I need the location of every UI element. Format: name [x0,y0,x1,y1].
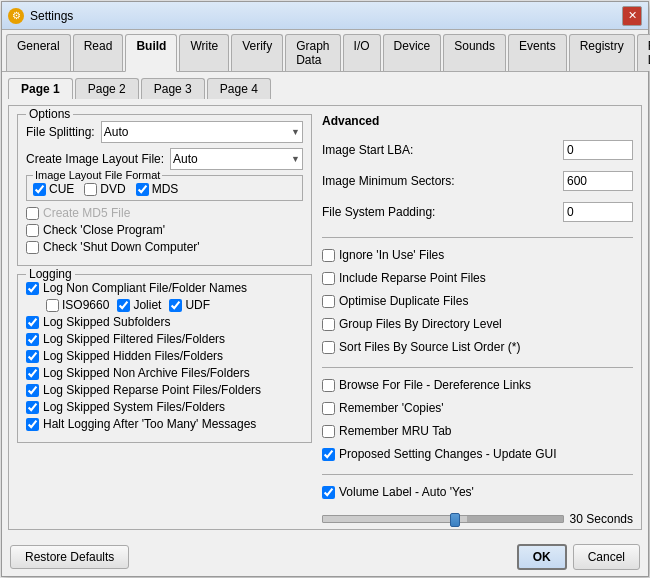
ok-button[interactable]: OK [517,544,567,570]
log-subfolders-row: Log Skipped Subfolders [26,315,303,329]
browse-for-file-label: Browse For File - Dereference Links [339,378,531,392]
tab-read[interactable]: Read [73,34,124,71]
create-image-row: Create Image Layout File: Auto ▼ [26,148,303,170]
logging-group-title: Logging [26,267,75,281]
tab-general[interactable]: General [6,34,71,71]
joliet-label[interactable]: Joliet [117,298,161,312]
page-tab-bar: Page 1 Page 2 Page 3 Page 4 [8,78,642,99]
page-tab-3[interactable]: Page 3 [141,78,205,99]
optimise-duplicate-row: Optimise Duplicate Files [322,294,633,308]
halt-logging-checkbox[interactable] [26,418,39,431]
log-hidden-checkbox[interactable] [26,350,39,363]
remember-copies-checkbox[interactable] [322,402,335,415]
volume-label-text: Volume Label - Auto 'Yes' [339,485,474,499]
file-splitting-label: File Splitting: [26,125,95,139]
log-non-compliant-checkbox[interactable] [26,282,39,295]
create-md5-label: Create MD5 File [43,206,130,220]
page-tab-4[interactable]: Page 4 [207,78,271,99]
log-reparse-label: Log Skipped Reparse Point Files/Folders [43,383,261,397]
udf-label[interactable]: UDF [169,298,210,312]
joliet-checkbox[interactable] [117,299,130,312]
dvd-checkbox[interactable] [84,183,97,196]
image-start-lba-row: Image Start LBA: [322,140,633,160]
tab-build[interactable]: Build [125,34,177,72]
footer: Restore Defaults OK Cancel [2,536,648,576]
app-icon: ⚙ [8,8,24,24]
tab-write[interactable]: Write [179,34,229,71]
right-panel: Advanced Image Start LBA: Image Minimum … [322,114,633,521]
restore-defaults-button[interactable]: Restore Defaults [10,545,129,569]
window-title: Settings [30,9,622,23]
file-splitting-select[interactable]: Auto ▼ [101,121,303,143]
proposed-setting-row: Proposed Setting Changes - Update GUI [322,447,633,461]
create-md5-checkbox[interactable] [26,207,39,220]
iso9660-checkbox[interactable] [46,299,59,312]
file-splitting-row: File Splitting: Auto ▼ [26,121,303,143]
tab-graph-data[interactable]: Graph Data [285,34,340,71]
image-format-title: Image Layout File Format [33,169,162,181]
tab-device[interactable]: Device [383,34,442,71]
image-min-sectors-input[interactable] [563,171,633,191]
proposed-setting-checkbox[interactable] [322,448,335,461]
include-reparse-label: Include Reparse Point Files [339,271,486,285]
cue-checkbox[interactable] [33,183,46,196]
ignore-in-use-label: Ignore 'In Use' Files [339,248,444,262]
mds-checkbox-label[interactable]: MDS [136,182,179,196]
tab-sounds[interactable]: Sounds [443,34,506,71]
log-filtered-checkbox[interactable] [26,333,39,346]
dvd-checkbox-label[interactable]: DVD [84,182,125,196]
image-start-lba-input[interactable] [563,140,633,160]
include-reparse-row: Include Reparse Point Files [322,271,633,285]
page-tab-2[interactable]: Page 2 [75,78,139,99]
group-files-label: Group Files By Directory Level [339,317,502,331]
tab-registry[interactable]: Registry [569,34,635,71]
close-button[interactable]: ✕ [622,6,642,26]
log-non-archive-checkbox[interactable] [26,367,39,380]
create-image-select[interactable]: Auto ▼ [170,148,303,170]
udf-checkbox[interactable] [169,299,182,312]
check-close-row: Check 'Close Program' [26,223,303,237]
remember-mru-checkbox[interactable] [322,425,335,438]
sort-files-label: Sort Files By Source List Order (*) [339,340,520,354]
ignore-in-use-checkbox[interactable] [322,249,335,262]
tab-io[interactable]: I/O [343,34,381,71]
tab-events[interactable]: Events [508,34,567,71]
content-area: Page 1 Page 2 Page 3 Page 4 Options File… [2,72,648,536]
log-subfolders-label: Log Skipped Subfolders [43,315,170,329]
log-system-checkbox[interactable] [26,401,39,414]
tab-file-locations[interactable]: File Locations [637,34,650,71]
cancel-button[interactable]: Cancel [573,544,640,570]
sort-files-checkbox[interactable] [322,341,335,354]
log-non-compliant-row: Log Non Compliant File/Folder Names [26,281,303,295]
logging-group: Logging Log Non Compliant File/Folder Na… [17,274,312,443]
log-hidden-label: Log Skipped Hidden Files/Folders [43,349,223,363]
log-filtered-row: Log Skipped Filtered Files/Folders [26,332,303,346]
main-tab-bar: General Read Build Write Verify Graph Da… [2,30,648,72]
log-reparse-checkbox[interactable] [26,384,39,397]
group-files-checkbox[interactable] [322,318,335,331]
check-shutdown-checkbox[interactable] [26,241,39,254]
check-close-checkbox[interactable] [26,224,39,237]
create-md5-row: Create MD5 File [26,206,303,220]
optimise-duplicate-checkbox[interactable] [322,295,335,308]
browse-for-file-checkbox[interactable] [322,379,335,392]
iso9660-label[interactable]: ISO9660 [46,298,109,312]
log-system-label: Log Skipped System Files/Folders [43,400,225,414]
slider-track[interactable] [322,515,564,523]
tab-verify[interactable]: Verify [231,34,283,71]
check-shutdown-label: Check 'Shut Down Computer' [43,240,200,254]
volume-label-checkbox[interactable] [322,486,335,499]
page-tab-1[interactable]: Page 1 [8,78,73,99]
include-reparse-checkbox[interactable] [322,272,335,285]
image-format-group: Image Layout File Format CUE DVD [26,175,303,201]
slider-thumb[interactable] [450,513,460,527]
file-system-padding-input[interactable] [563,202,633,222]
group-files-row: Group Files By Directory Level [322,317,633,331]
slider-row: 30 Seconds [322,512,633,526]
options-group-title: Options [26,107,73,121]
mds-checkbox[interactable] [136,183,149,196]
log-subfolders-checkbox[interactable] [26,316,39,329]
cue-checkbox-label[interactable]: CUE [33,182,74,196]
halt-logging-label: Halt Logging After 'Too Many' Messages [43,417,256,431]
divider-2 [322,367,633,368]
